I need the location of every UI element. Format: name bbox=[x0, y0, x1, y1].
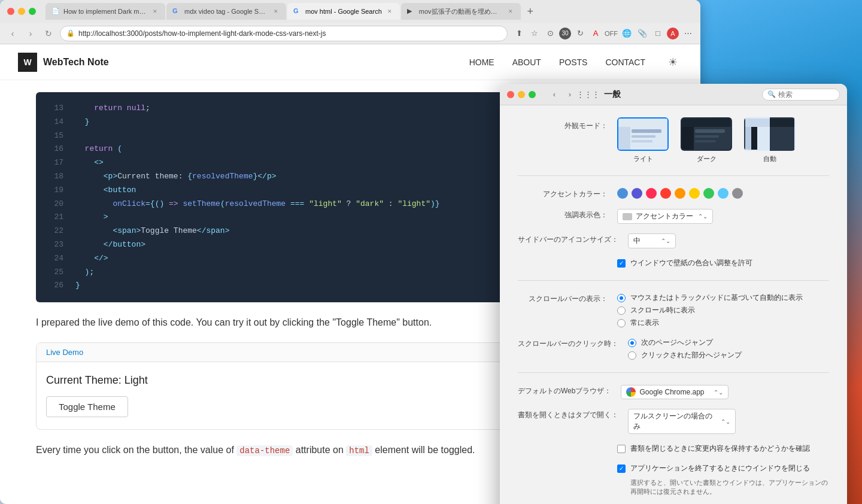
ext-5-icon[interactable]: 🌐 bbox=[620, 27, 633, 40]
close-button[interactable] bbox=[7, 8, 14, 15]
scrollbar-scroll-radio[interactable] bbox=[617, 306, 626, 315]
line-content-22: <span>Toggle Theme</span> bbox=[75, 225, 229, 238]
dark-mode-preview[interactable] bbox=[681, 117, 732, 151]
sidebar-size-selector[interactable]: 中 ⌃⌄ bbox=[628, 233, 676, 248]
prefs-maximize-button[interactable] bbox=[529, 91, 536, 98]
nav-posts[interactable]: POSTS bbox=[559, 57, 587, 67]
line-content-21: > bbox=[75, 211, 108, 224]
nav-contact[interactable]: CONTACT bbox=[605, 57, 645, 67]
line-content-20: onClick={() => setTheme(resolvedTheme ==… bbox=[75, 198, 440, 211]
maximize-button[interactable] bbox=[29, 8, 36, 15]
back-button[interactable]: ‹ bbox=[6, 27, 19, 40]
default-browser-row: デフォルトのWebブラウザ： Google Chrome.app ⌃⌄ bbox=[518, 385, 829, 399]
svg-rect-9 bbox=[695, 129, 725, 133]
ext-1-icon[interactable]: 30 bbox=[559, 28, 571, 40]
accent-red[interactable] bbox=[660, 188, 671, 199]
refresh-button[interactable]: ↻ bbox=[42, 27, 55, 40]
ext-6-icon[interactable]: 📎 bbox=[636, 27, 649, 40]
accent-gray[interactable] bbox=[732, 188, 743, 199]
accent-color-content bbox=[617, 188, 829, 199]
sidebar-size-content: 中 ⌃⌄ bbox=[628, 233, 829, 248]
tab-1[interactable]: 📄 How to implement Dark mode ✕ bbox=[45, 3, 165, 20]
new-tab-button[interactable]: + bbox=[522, 3, 539, 20]
scrollbar-auto-radio[interactable] bbox=[617, 294, 626, 302]
close-docs-checkbox[interactable] bbox=[617, 445, 626, 453]
accent-teal[interactable] bbox=[718, 188, 729, 199]
sidebar-size-row: サイドバーのアイコンサイズ： 中 ⌃⌄ bbox=[518, 233, 829, 248]
ext-8-icon[interactable]: A bbox=[667, 28, 679, 40]
nav-about[interactable]: ABOUT bbox=[512, 57, 541, 67]
toolbar-icons: ⬆ ☆ ⊙ 30 ↻ A OFF 🌐 📎 □ A ⋯ bbox=[512, 27, 694, 40]
line-num-19: 19 bbox=[45, 184, 63, 197]
line-content-18: <p>Current theme: {resolvedTheme}</p> bbox=[75, 171, 277, 183]
light-mode-preview[interactable] bbox=[617, 117, 669, 151]
ext-4-icon[interactable]: OFF bbox=[605, 27, 618, 40]
accent-purple[interactable] bbox=[632, 188, 642, 199]
scrollbar-jump-here-radio[interactable] bbox=[628, 351, 636, 360]
logo-icon: W bbox=[18, 53, 37, 72]
default-browser-selector[interactable]: Google Chrome.app ⌃⌄ bbox=[621, 385, 729, 399]
accent-green[interactable] bbox=[703, 188, 714, 199]
mode-dark[interactable]: ダーク bbox=[681, 117, 732, 163]
ext-2-icon[interactable]: ↻ bbox=[573, 27, 587, 40]
bookmark-icon[interactable]: ☆ bbox=[528, 27, 541, 40]
close-windows-row: アプリケーションを終了するときにウインドウを閉じる 選択すると、開いていた書類と… bbox=[518, 463, 829, 497]
forward-button[interactable]: › bbox=[24, 27, 37, 40]
open-tab-selector[interactable]: フルスクリーンの場合のみ ⌃⌄ bbox=[628, 409, 736, 434]
logo-letter: W bbox=[23, 57, 31, 67]
toggle-theme-button[interactable]: Toggle Theme bbox=[46, 396, 128, 417]
prefs-search-input[interactable] bbox=[778, 90, 832, 99]
tab-4[interactable]: ▶ mov拡張子の動画を埋め込み再生 ✕ bbox=[401, 3, 521, 20]
svg-rect-6 bbox=[682, 119, 731, 150]
highlight-color-selector[interactable]: アクセントカラー ⌃⌄ bbox=[617, 209, 713, 224]
accent-pink[interactable] bbox=[646, 188, 657, 199]
sidebar-size-value: 中 bbox=[633, 236, 658, 246]
more-button[interactable]: ⋯ bbox=[681, 27, 694, 40]
tab-1-favicon: 📄 bbox=[51, 7, 60, 16]
tab-2[interactable]: G mdx video tag - Google Search ✕ bbox=[166, 3, 286, 20]
tab-3[interactable]: G mov html - Google Search ✕ bbox=[287, 3, 400, 20]
line-content-26: } bbox=[75, 280, 80, 292]
mode-auto[interactable]: 自動 bbox=[744, 117, 796, 163]
prefs-close-button[interactable] bbox=[507, 91, 514, 98]
address-text: http://localhost:3000/posts/how-to-imple… bbox=[78, 29, 326, 38]
prefs-search[interactable]: 🔍 bbox=[762, 89, 840, 101]
accent-blue[interactable] bbox=[617, 188, 628, 199]
tab-3-close[interactable]: ✕ bbox=[386, 7, 394, 16]
prefs-forward-button[interactable]: › bbox=[563, 88, 576, 101]
tab-1-close[interactable]: ✕ bbox=[151, 7, 159, 16]
wallpaper-checkbox[interactable] bbox=[617, 259, 626, 268]
scrollbar-always-radio[interactable] bbox=[617, 319, 626, 327]
tab-4-close[interactable]: ✕ bbox=[506, 7, 515, 16]
site-nav: W WebTech Note HOME ABOUT POSTS CONTACT … bbox=[0, 44, 700, 80]
scrollbar-always-label: 常に表示 bbox=[630, 318, 659, 328]
wallpaper-row: ウインドウで壁紙の色合い調整を許可 bbox=[518, 258, 829, 268]
tab-4-favicon: ▶ bbox=[407, 7, 415, 16]
camera-icon[interactable]: ⊙ bbox=[544, 27, 557, 40]
tab-2-close[interactable]: ✕ bbox=[272, 7, 280, 16]
scrollbar-jump-page-radio[interactable] bbox=[628, 339, 636, 347]
accent-yellow[interactable] bbox=[689, 188, 700, 199]
theme-toggle-icon[interactable]: ☀ bbox=[663, 53, 682, 72]
prefs-back-button[interactable]: ‹ bbox=[548, 88, 561, 101]
nav-home[interactable]: HOME bbox=[469, 57, 494, 67]
scrollbar-scroll-row: スクロール時に表示 bbox=[617, 305, 829, 315]
line-num-25: 25 bbox=[45, 266, 63, 279]
address-bar[interactable]: 🔒 http://localhost:3000/posts/how-to-imp… bbox=[60, 26, 508, 41]
accent-orange[interactable] bbox=[675, 188, 685, 199]
ext-7-icon[interactable]: □ bbox=[651, 27, 664, 40]
minimize-button[interactable] bbox=[18, 8, 25, 15]
ext-3-icon[interactable]: A bbox=[589, 27, 602, 40]
prefs-minimize-button[interactable] bbox=[518, 91, 525, 98]
open-files-content: フルスクリーンの場合のみ ⌃⌄ bbox=[628, 409, 829, 434]
scrollbar-scroll-label: スクロール時に表示 bbox=[630, 305, 695, 315]
mode-light[interactable]: ライト bbox=[617, 117, 669, 163]
share-icon[interactable]: ⬆ bbox=[512, 27, 526, 40]
prefs-grid-button[interactable]: ⋮⋮⋮ bbox=[581, 88, 594, 101]
close-windows-checkbox[interactable] bbox=[617, 464, 626, 473]
prefs-title: 一般 bbox=[604, 89, 621, 100]
auto-mode-preview[interactable] bbox=[744, 117, 796, 151]
prose-2-part3: element will be toggled. bbox=[372, 445, 475, 455]
scrollbar-jump-page-label: 次のページへジャンプ bbox=[641, 338, 713, 348]
scrollbar-jump-here-row: クリックされた部分へジャンプ bbox=[628, 350, 829, 360]
